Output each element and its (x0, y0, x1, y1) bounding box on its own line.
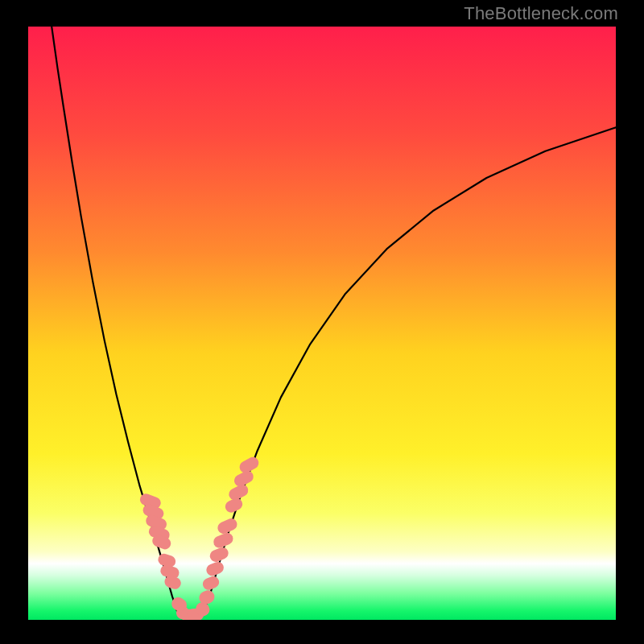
chart-frame: TheBottleneck.com (0, 0, 644, 644)
plot-area (28, 27, 616, 620)
chart-svg (28, 27, 616, 620)
watermark-text: TheBottleneck.com (464, 3, 618, 24)
gradient-background (28, 27, 616, 620)
